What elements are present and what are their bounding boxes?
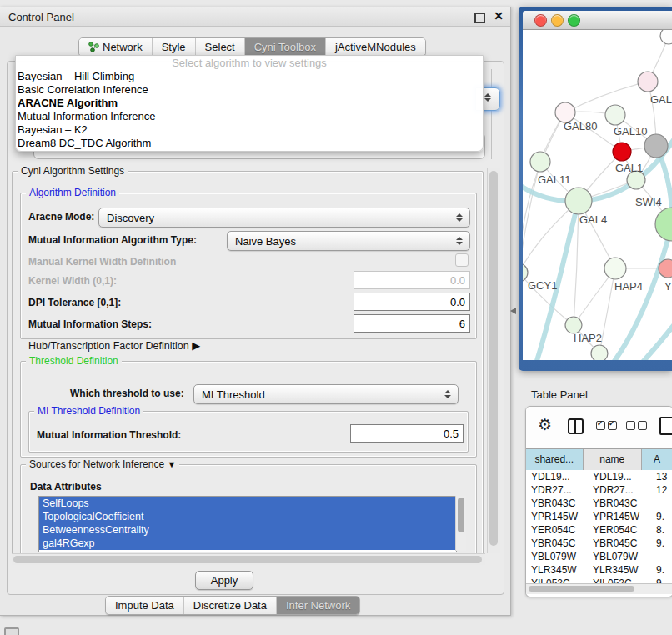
- table-row[interactable]: YDR27...YDR27...12: [526, 483, 672, 497]
- dropdown-item-bayesian-k2[interactable]: Bayesian – K2: [16, 123, 483, 137]
- tab-label: Style: [162, 41, 186, 53]
- tab-impute-data[interactable]: Impute Data: [106, 597, 184, 614]
- control-panel-titlebar[interactable]: Control Panel ✕: [0, 8, 510, 27]
- mi-threshold-field[interactable]: [350, 424, 464, 442]
- attribute-topologicalcoefficient[interactable]: TopologicalCoefficient: [39, 510, 456, 523]
- zoom-button[interactable]: [568, 14, 580, 27]
- column-header-name[interactable]: name: [584, 449, 642, 470]
- node-top-partial[interactable]: [660, 30, 672, 44]
- panel-splitter-arrow[interactable]: [510, 308, 516, 314]
- node-gal-pink[interactable]: [638, 72, 658, 92]
- table-cell: YPR145W: [526, 511, 588, 522]
- table-row[interactable]: YBR043CYBR043C: [526, 497, 672, 510]
- dropdown-item-basic-correlation-inference[interactable]: Basic Correlation Inference: [16, 83, 483, 97]
- aracne-mode-label: Aracne Mode:: [28, 211, 94, 222]
- aracne-mode-value: Discovery: [99, 212, 453, 224]
- node-gal10[interactable]: [605, 105, 625, 125]
- tab-label: Discretize Data: [193, 599, 267, 612]
- manual-kernel-width-checkbox[interactable]: [455, 253, 469, 267]
- node-label-gcy1: GCY1: [528, 279, 557, 292]
- node-label-gal1: GAL1: [615, 162, 643, 174]
- dropdown-item-dream8-dc-tdc-algorithm[interactable]: Dream8 DC_TDC Algorithm: [16, 137, 483, 150]
- tab-label: Select: [205, 41, 235, 53]
- desktop: Control Panel ✕ NetworkStyleSelectCyni T…: [0, 0, 672, 635]
- tab-style[interactable]: Style: [153, 38, 196, 56]
- close-icon[interactable]: ✕: [494, 9, 504, 22]
- select-all-icon[interactable]: [596, 421, 617, 430]
- node-gray[interactable]: [644, 134, 668, 158]
- network-window-titlebar[interactable]: [523, 11, 672, 30]
- dpi-tolerance-field[interactable]: [354, 292, 470, 311]
- minimize-button[interactable]: [551, 14, 564, 27]
- float-panel-icon[interactable]: [4, 628, 19, 635]
- table-horizontal-scrollbar[interactable]: [526, 583, 672, 594]
- tab-infer-network[interactable]: Infer Network: [277, 597, 359, 614]
- float-window-icon[interactable]: [474, 12, 485, 23]
- table-cell: YBL079W: [588, 551, 651, 562]
- expanded-arrow-icon[interactable]: ▼: [167, 459, 176, 469]
- settings-vertical-scrollbar[interactable]: [487, 168, 500, 553]
- table-cell: 9.: [651, 538, 672, 549]
- network-view-window[interactable]: GALGAL80GAL10GAL1GAL11SWI4GAL4GCY1HAP4YH…: [519, 7, 672, 371]
- node-hap4[interactable]: [604, 258, 626, 279]
- attribute-selfloops[interactable]: SelfLoops: [39, 497, 456, 510]
- network-canvas-container: GALGAL80GAL10GAL1GAL11SWI4GAL4GCY1HAP4YH…: [523, 30, 672, 360]
- document-icon[interactable]: [659, 417, 672, 435]
- node-gal11[interactable]: [530, 152, 550, 172]
- table-cell: YDL19...: [526, 471, 588, 482]
- attributes-list-scrollbar[interactable]: [455, 496, 466, 551]
- algorithm-dropdown-popup: Select algorithm to view settings Bayesi…: [15, 55, 484, 152]
- sources-title: Sources for Network Inference ▼: [26, 458, 179, 470]
- attribute-betweennesscentrality[interactable]: BetweennessCentrality: [39, 523, 456, 537]
- table-row[interactable]: YDL19...YDL19...13: [526, 470, 672, 483]
- node-gal4[interactable]: [565, 188, 592, 214]
- table-cell: YPR145W: [588, 511, 651, 522]
- tab-jactivemnodules[interactable]: jActiveMNodules: [326, 38, 425, 56]
- settings-horizontal-scrollbar[interactable]: [12, 553, 485, 565]
- table-row[interactable]: YBR045CYBR045C9.: [526, 537, 672, 550]
- dropdown-item-bayesian-hill-climbing[interactable]: Bayesian – Hill Climbing: [16, 70, 483, 83]
- mi-steps-field[interactable]: [354, 314, 470, 332]
- node-label-hap4: HAP4: [614, 280, 643, 292]
- aracne-mode-select[interactable]: Discovery: [98, 208, 470, 228]
- table-row[interactable]: YPR145WYPR145W9.: [526, 510, 672, 523]
- table-cell: YBR045C: [588, 538, 651, 549]
- cyni-settings-panel: Cyni Algorithm Settings Algorithm Defini…: [11, 166, 488, 554]
- table-panel-title: Table Panel: [531, 388, 588, 401]
- hub-tf-section-toggle[interactable]: Hub/Transcription Factor Definition ▶: [28, 339, 200, 352]
- column-layout-icon[interactable]: [568, 418, 584, 434]
- close-button[interactable]: [534, 14, 547, 27]
- node-red[interactable]: [613, 142, 631, 161]
- dropdown-item-mutual-information-inference[interactable]: Mutual Information Inference: [16, 110, 483, 123]
- column-header-a[interactable]: A: [642, 449, 672, 470]
- table-row[interactable]: YLR345WYLR345W9.: [526, 563, 672, 577]
- table-cell: YLR345W: [526, 564, 588, 576]
- tab-select[interactable]: Select: [196, 38, 245, 56]
- node-label-y: Y: [664, 280, 672, 292]
- network-canvas[interactable]: GALGAL80GAL10GAL1GAL11SWI4GAL4GCY1HAP4YH…: [523, 30, 672, 360]
- tab-network[interactable]: Network: [79, 38, 153, 56]
- table-row[interactable]: YBL079WYBL079W: [526, 550, 672, 563]
- dropdown-item-aracne-algorithm[interactable]: ARACNE Algorithm: [16, 97, 483, 110]
- apply-button[interactable]: Apply: [195, 571, 253, 590]
- gear-icon[interactable]: ⚙: [538, 416, 552, 434]
- which-threshold-select[interactable]: MI Threshold: [193, 384, 459, 404]
- threshold-definition-title: Threshold Definition: [26, 355, 122, 367]
- node-label-gal4: GAL4: [579, 213, 607, 226]
- table-row[interactable]: YER054CYER054C8.: [526, 523, 672, 537]
- sources-title-text: Sources for Network Inference: [29, 458, 164, 470]
- group-title: Cyni Algorithm Settings: [18, 166, 128, 177]
- deselect-all-icon[interactable]: [626, 421, 647, 430]
- node-hap2[interactable]: [565, 317, 582, 333]
- column-header-shared[interactable]: shared...: [526, 449, 584, 470]
- node-bottom-partial[interactable]: [591, 345, 608, 360]
- node-salmon[interactable]: [659, 259, 672, 278]
- tab-discretize-data[interactable]: Discretize Data: [184, 597, 277, 614]
- node-big-green[interactable]: [655, 208, 672, 241]
- tab-cyni-toolbox[interactable]: Cyni Toolbox: [245, 38, 326, 56]
- kernel-width-field[interactable]: [354, 271, 470, 289]
- table-cell: 8.: [651, 524, 672, 536]
- data-attributes-list[interactable]: SelfLoopsTopologicalCoefficientBetweenne…: [38, 496, 457, 552]
- mi-algorithm-type-select[interactable]: Naive Bayes: [227, 231, 470, 251]
- attribute-gal4rgexp[interactable]: gal4RGexp: [39, 537, 456, 550]
